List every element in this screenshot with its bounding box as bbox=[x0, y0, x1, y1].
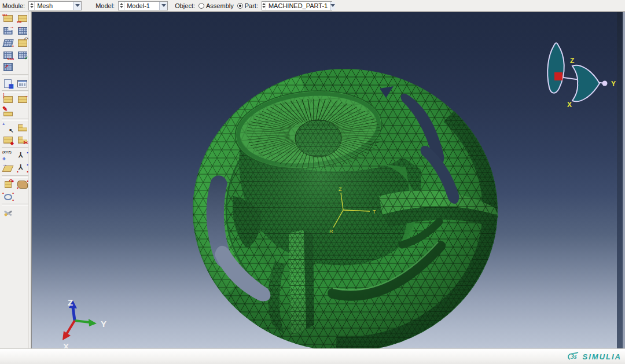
radio-assembly-label: Assembly bbox=[206, 2, 234, 9]
radio-part[interactable]: Part: bbox=[237, 2, 258, 9]
compass-y-knob[interactable] bbox=[602, 81, 608, 86]
tool-assign-mesh-controls-icon[interactable]: ▪ bbox=[1, 37, 14, 49]
tool-seed-edges-icon[interactable]: ••• bbox=[16, 13, 29, 24]
tool-customize-tools-icon[interactable] bbox=[1, 207, 14, 219]
tool-delete-edge-seeds-icon[interactable]: → bbox=[16, 25, 29, 36]
part-value: MACHINED_PART-1 bbox=[266, 2, 330, 10]
mesh-scene: Z T R Z Y X bbox=[32, 12, 625, 348]
csys-r-label: R bbox=[329, 229, 333, 234]
model-value: Model-1 bbox=[124, 2, 159, 10]
chevron-down-icon[interactable] bbox=[73, 2, 81, 10]
origin-triad: Z Y X bbox=[62, 297, 106, 348]
ds-3ds-mark-icon: 3s bbox=[567, 351, 580, 362]
triad-x-label: X bbox=[63, 341, 69, 348]
combo-spinner-icon[interactable] bbox=[262, 2, 266, 10]
tool-edit-mesh-defaults-icon[interactable] bbox=[16, 78, 29, 89]
model-label: Model: bbox=[95, 2, 115, 9]
tool-verify-mesh-icon[interactable]: ✓ bbox=[16, 49, 29, 61]
csys-t-label: T bbox=[373, 209, 376, 215]
simulia-logo: 3s SIMULIA bbox=[567, 351, 622, 362]
tool-create-datum-csys-icon[interactable]: ⅄••• bbox=[16, 163, 29, 174]
tool-create-datum-axis-icon[interactable]: ⅄• bbox=[16, 150, 29, 162]
tool-edit-mesh-icon[interactable]: ✎ bbox=[1, 106, 14, 117]
radio-part-label: Part: bbox=[245, 2, 258, 9]
tool-create-datum-plane-icon[interactable]: ↔ bbox=[1, 163, 14, 174]
tool-seed-part-icon[interactable]: ••• bbox=[1, 13, 14, 24]
toolbox-separator bbox=[2, 119, 28, 121]
tool-merge-layers-icon[interactable] bbox=[16, 122, 29, 134]
tool-partition-cell-icon[interactable]: ┆ bbox=[1, 94, 14, 105]
csys-z-label: Z bbox=[339, 186, 342, 192]
radio-selected-icon[interactable] bbox=[237, 3, 243, 9]
compass-fan[interactable] bbox=[572, 65, 600, 102]
tool-assign-element-type-icon[interactable]: ◠ bbox=[16, 37, 29, 49]
toolbox-separator bbox=[2, 175, 28, 178]
meshed-part[interactable] bbox=[193, 69, 498, 348]
toolbox-separator bbox=[2, 204, 28, 206]
viewport-right-edge bbox=[617, 12, 623, 348]
compass-x-label: X bbox=[567, 101, 572, 109]
radio-icon[interactable] bbox=[198, 3, 204, 9]
abaqus-window: Module: Mesh Model: Model-1 Object: Asse… bbox=[0, 0, 625, 364]
compass-y-label: Y bbox=[611, 80, 616, 88]
tool-delete-native-mesh-icon[interactable]: ✂ bbox=[16, 134, 29, 146]
tool-geometry-edit-icon[interactable]: •• bbox=[16, 179, 29, 190]
toolbox-separator bbox=[2, 147, 28, 149]
module-combobox[interactable]: Mesh bbox=[28, 1, 82, 10]
viewport-right-border bbox=[623, 12, 625, 348]
svg-text:3s: 3s bbox=[570, 352, 577, 361]
tool-delete-part-seeds-icon[interactable]: → bbox=[1, 25, 14, 36]
compass-z-label: Z bbox=[570, 57, 574, 65]
combo-spinner-icon[interactable] bbox=[119, 2, 124, 10]
tool-create-mesh-part-icon[interactable]: ▦ bbox=[1, 78, 14, 89]
crossed-tools-icon bbox=[3, 209, 13, 217]
tool-split-edges-icon[interactable]: ◆ bbox=[1, 134, 14, 146]
radio-assembly[interactable]: Assembly bbox=[198, 2, 234, 9]
context-bar: Module: Mesh Model: Model-1 Object: Asse… bbox=[0, 0, 625, 12]
tool-partition-face-icon[interactable]: → bbox=[16, 94, 29, 105]
chevron-down-icon[interactable] bbox=[330, 2, 335, 10]
tool-mesh-part-icon[interactable]: SA4 bbox=[1, 49, 14, 61]
tool-virtual-topology-icon[interactable]: ↷ bbox=[1, 179, 14, 190]
compass-center-handle[interactable] bbox=[554, 72, 562, 80]
view-compass[interactable]: Z Y X bbox=[547, 43, 616, 109]
combo-spinner-icon[interactable] bbox=[29, 2, 35, 10]
tool-select-mesh-entity-icon[interactable]: +↖ bbox=[1, 122, 14, 134]
mesh-toolbox: ••• ••• → → ▪ ◠ SA4 ✓ ↗ ▦ ┆ → ✎ bbox=[0, 12, 31, 348]
triad-y-label: Y bbox=[101, 319, 106, 329]
tool-mesh-region-block-icon[interactable]: ↗ bbox=[1, 61, 14, 73]
viewport-canvas[interactable]: Z T R Z Y X bbox=[31, 12, 625, 348]
model-combobox[interactable]: Model-1 bbox=[118, 1, 168, 10]
module-label: Module: bbox=[2, 2, 25, 9]
object-label: Object: bbox=[175, 2, 195, 9]
compass-ring-petal[interactable] bbox=[547, 43, 564, 93]
triad-z-label: Z bbox=[68, 297, 73, 307]
module-value: Mesh bbox=[35, 2, 73, 10]
chevron-down-icon[interactable] bbox=[159, 2, 167, 10]
tool-edit-feature-icon[interactable]: ••• bbox=[1, 191, 14, 203]
brand-text: SIMULIA bbox=[583, 352, 622, 361]
tool-create-datum-point-icon[interactable]: (XYZ)+ bbox=[1, 150, 14, 162]
part-combobox[interactable]: MACHINED_PART-1 bbox=[262, 1, 332, 10]
status-bar: 3s SIMULIA bbox=[0, 348, 625, 364]
toolbox-separator bbox=[2, 90, 28, 93]
toolbox-separator bbox=[2, 74, 28, 76]
